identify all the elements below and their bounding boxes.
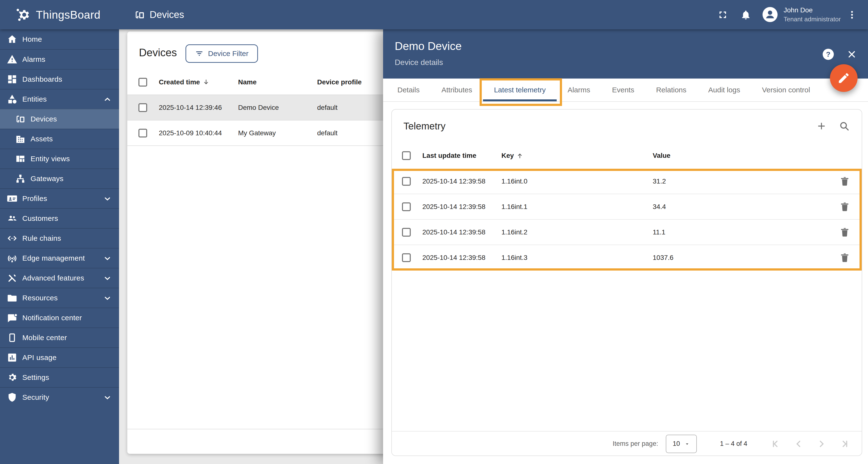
telemetry-row[interactable]: 2025-10-14 12:39:58 1.16int.1 34.4 xyxy=(392,194,862,220)
sidebar-item-label: Rule chains xyxy=(22,234,61,242)
sidebar-item-api-usage[interactable]: API usage xyxy=(0,347,119,367)
column-created-time[interactable]: Created time xyxy=(159,78,210,86)
sidebar-item-edge-management[interactable]: Edge management xyxy=(0,248,119,268)
sidebar-item-profiles[interactable]: Profiles xyxy=(0,188,119,208)
items-per-page-label: Items per page: xyxy=(613,440,658,447)
user-info[interactable]: John Doe Tenant administrator xyxy=(784,0,841,29)
profiles-icon xyxy=(7,193,18,204)
sidebar-item-label: Mobile center xyxy=(22,334,67,342)
cell-key: 1.16int.3 xyxy=(501,254,527,261)
sidebar-item-customers[interactable]: Customers xyxy=(0,208,119,228)
warning-icon xyxy=(7,54,18,65)
sidebar-item-security[interactable]: Security xyxy=(0,387,119,407)
select-all-checkbox[interactable] xyxy=(402,151,411,160)
sidebar-item-settings[interactable]: Settings xyxy=(0,367,119,387)
telemetry-row[interactable]: 2025-10-14 12:39:58 1.16int.3 1037.6 xyxy=(392,245,862,271)
chevron-left-icon xyxy=(793,438,804,449)
cell-created-time: 2025-10-09 10:40:44 xyxy=(159,129,222,137)
sidebar-item-label: Assets xyxy=(31,135,53,143)
dashboard-icon xyxy=(7,74,18,85)
tab-latest-telemetry[interactable]: Latest telemetry xyxy=(483,79,556,101)
column-name[interactable]: Name xyxy=(238,78,256,86)
devices-table-header: Created time Name Device profile xyxy=(127,70,413,95)
sidebar-item-entities[interactable]: Entities xyxy=(0,89,119,109)
tab-events[interactable]: Events xyxy=(601,79,645,101)
sidebar-item-home[interactable]: Home xyxy=(0,29,119,49)
next-page-button[interactable] xyxy=(816,438,827,449)
sidebar-item-gateways[interactable]: Gateways xyxy=(0,168,119,188)
column-value[interactable]: Value xyxy=(653,152,671,159)
cell-key: 1.16int.0 xyxy=(501,178,527,185)
shield-icon xyxy=(7,392,18,403)
sidebar-item-advanced-features[interactable]: Advanced features xyxy=(0,268,119,288)
delete-button[interactable] xyxy=(839,226,850,238)
notifications-button[interactable] xyxy=(740,0,751,29)
person-icon xyxy=(763,7,778,22)
sidebar-item-label: Alarms xyxy=(22,55,45,63)
help-button[interactable]: ? xyxy=(823,49,834,60)
add-telemetry-button[interactable] xyxy=(816,121,827,132)
column-last-update-time[interactable]: Last update time xyxy=(422,152,476,159)
mobile-center-icon xyxy=(7,332,18,343)
tab-details[interactable]: Details xyxy=(386,79,431,101)
sidebar-item-devices[interactable]: Devices xyxy=(0,109,119,129)
row-checkbox[interactable] xyxy=(402,228,411,237)
sidebar-item-dashboards[interactable]: Dashboards xyxy=(0,69,119,89)
row-checkbox[interactable] xyxy=(402,203,411,211)
edit-fab[interactable] xyxy=(830,64,858,92)
delete-button[interactable] xyxy=(839,176,850,187)
cell-value: 31.2 xyxy=(653,178,666,185)
assets-icon xyxy=(15,133,26,144)
device-filter-button[interactable]: Device Filter xyxy=(185,44,258,63)
select-all-checkbox[interactable] xyxy=(138,78,147,87)
search-telemetry-button[interactable] xyxy=(839,121,850,132)
tab-attributes[interactable]: Attributes xyxy=(431,79,483,101)
api-usage-icon xyxy=(7,352,18,363)
chevron-down-icon xyxy=(103,194,112,203)
device-row-my-gateway[interactable]: 2025-10-09 10:40:44 My Gateway default xyxy=(127,121,413,146)
row-checkbox[interactable] xyxy=(402,177,411,186)
sidebar-item-rule-chains[interactable]: Rule chains xyxy=(0,228,119,248)
thingsboard-logo[interactable]: ThingsBoard xyxy=(16,0,100,29)
telemetry-row[interactable]: 2025-10-14 12:39:58 1.16int.2 11.1 xyxy=(392,220,862,245)
close-button[interactable] xyxy=(846,49,857,60)
help-icon: ? xyxy=(826,50,830,58)
row-checkbox[interactable] xyxy=(138,129,147,137)
close-icon xyxy=(846,49,857,60)
tab-alarms[interactable]: Alarms xyxy=(557,79,601,101)
search-icon xyxy=(839,121,850,132)
delete-button[interactable] xyxy=(839,201,850,213)
previous-page-button[interactable] xyxy=(793,438,804,449)
column-key[interactable]: Key xyxy=(501,152,524,159)
rule-chains-icon xyxy=(7,233,18,244)
tab-version-control[interactable]: Version control xyxy=(751,79,821,101)
cell-device-profile: default xyxy=(317,129,338,137)
sidebar-item-resources[interactable]: Resources xyxy=(0,288,119,308)
column-device-profile[interactable]: Device profile xyxy=(317,78,362,86)
fullscreen-button[interactable] xyxy=(717,0,728,29)
bell-icon xyxy=(740,9,751,20)
device-row-demo-device[interactable]: 2025-10-14 12:39:46 Demo Device default xyxy=(127,95,413,121)
sidebar-item-entity-views[interactable]: Entity views xyxy=(0,149,119,168)
sidebar-item-notification-center[interactable]: Notification center xyxy=(0,308,119,328)
tab-audit-logs[interactable]: Audit logs xyxy=(697,79,751,101)
avatar[interactable] xyxy=(763,7,778,22)
more-menu-button[interactable] xyxy=(847,0,857,29)
first-page-button[interactable] xyxy=(771,438,781,449)
sidebar-item-assets[interactable]: Assets xyxy=(0,129,119,149)
sidebar-item-alarms[interactable]: Alarms xyxy=(0,49,119,69)
sidebar-item-label: Security xyxy=(22,393,49,401)
more-vert-icon xyxy=(847,9,857,20)
delete-button[interactable] xyxy=(839,252,850,264)
entity-views-icon xyxy=(15,153,26,164)
last-page-button[interactable] xyxy=(839,438,849,449)
row-checkbox[interactable] xyxy=(138,103,147,112)
items-per-page-select[interactable]: 10 xyxy=(666,435,697,453)
sidebar-item-label: Edge management xyxy=(22,254,85,262)
home-icon xyxy=(7,34,18,44)
tab-relations[interactable]: Relations xyxy=(645,79,697,101)
sidebar-item-mobile-center[interactable]: Mobile center xyxy=(0,328,119,347)
items-per-page-value: 10 xyxy=(673,440,680,447)
telemetry-row[interactable]: 2025-10-14 12:39:58 1.16int.0 31.2 xyxy=(392,169,862,194)
row-checkbox[interactable] xyxy=(402,253,411,262)
